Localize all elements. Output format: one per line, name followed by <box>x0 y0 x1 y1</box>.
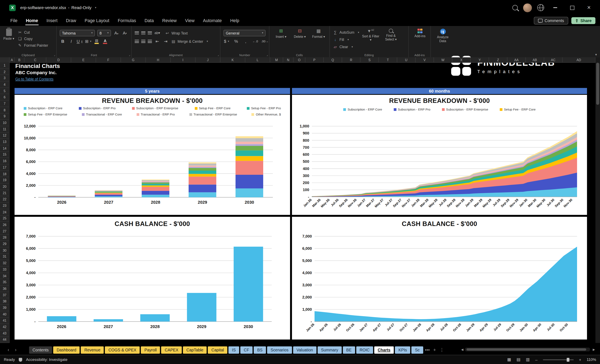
row-header-44[interactable]: 44 <box>0 337 9 343</box>
font-color-icon[interactable]: A <box>102 38 108 45</box>
row-header-29[interactable]: 29 <box>0 241 9 247</box>
autosum-button[interactable]: ∑AutoSum▾ <box>333 29 359 35</box>
percent-icon[interactable]: % <box>233 38 239 45</box>
row-header-23[interactable]: 23 <box>0 203 9 209</box>
sheet-tab-capital[interactable]: Capital <box>208 346 227 354</box>
bold-button[interactable]: B <box>60 38 66 45</box>
vertical-scrollbar[interactable] <box>595 57 600 343</box>
increase-font-icon[interactable]: A▴ <box>113 29 120 36</box>
ribbon-tab-automate[interactable]: Automate <box>199 17 226 24</box>
row-header-42[interactable]: 42 <box>0 324 9 330</box>
column-header-L[interactable]: L <box>245 57 270 62</box>
column-header-M[interactable]: M <box>270 57 283 62</box>
ribbon-tab-file[interactable]: File <box>6 17 22 24</box>
column-header-S[interactable]: S <box>360 57 379 62</box>
search-icon[interactable] <box>512 5 518 10</box>
column-header-F[interactable]: F <box>96 57 121 62</box>
sheet-tab-sc[interactable]: Sc <box>412 346 423 354</box>
middle-align-icon[interactable] <box>141 31 145 35</box>
clear-button[interactable]: ▱Clear▾ <box>333 44 359 50</box>
row-header-1[interactable]: 1 <box>0 62 9 69</box>
sheet-tab-kpis[interactable]: KPIs <box>395 346 410 354</box>
align-left-icon[interactable] <box>135 40 139 43</box>
column-header-B[interactable]: B <box>14 57 24 62</box>
paste-button[interactable]: Paste ▾ <box>3 29 15 48</box>
sheet-tab-scenarios[interactable]: Scenarios <box>267 346 292 354</box>
increase-indent-icon[interactable]: ⇥ <box>163 38 169 45</box>
column-header-W[interactable]: W <box>434 57 452 62</box>
row-header-16[interactable]: 16 <box>0 158 9 164</box>
vertical-scrollbar-thumb[interactable] <box>596 63 599 105</box>
column-header-V[interactable]: V <box>416 57 434 62</box>
sheet-tab-charts[interactable]: Charts <box>374 346 394 354</box>
row-header-10[interactable]: 10 <box>0 120 9 126</box>
align-center-icon[interactable] <box>141 40 145 43</box>
number-dialog-launcher[interactable]: ⌟ <box>266 54 268 57</box>
row-header-19[interactable]: 19 <box>0 177 9 184</box>
font-name-combo[interactable]: Tahoma▾ <box>60 29 95 36</box>
row-header-41[interactable]: 41 <box>0 318 9 324</box>
column-header-H[interactable]: H <box>146 57 170 62</box>
column-header-AC[interactable]: AC <box>544 57 562 62</box>
clipboard-dialog-launcher[interactable]: ⌟ <box>54 54 55 57</box>
chart-revenue-breakdown-60m[interactable]: REVENUE BREAKDOWN - $'000 Subscription -… <box>292 95 587 215</box>
column-header-I[interactable]: I <box>170 57 195 62</box>
orientation-icon[interactable]: ab▾ <box>154 29 160 36</box>
sheet-tab-be[interactable]: BE <box>343 346 355 354</box>
cut-button[interactable]: ✂Cut <box>18 29 48 35</box>
collapse-ribbon-icon[interactable]: ▾ <box>595 53 597 57</box>
copy-button[interactable]: ❏Copy <box>18 36 48 42</box>
ribbon-tab-formulas[interactable]: Formulas <box>113 17 140 24</box>
row-header-26[interactable]: 26 <box>0 222 9 228</box>
column-header-A[interactable]: A <box>9 57 14 62</box>
add-sheet-icon[interactable]: + <box>431 347 438 353</box>
row-header-38[interactable]: 38 <box>0 298 9 305</box>
alignment-dialog-launcher[interactable]: ⌟ <box>218 54 219 57</box>
column-header-O[interactable]: O <box>294 57 305 62</box>
ribbon-tab-help[interactable]: Help <box>226 17 244 24</box>
format-cells-button[interactable]: ▦Format ▾ <box>310 29 327 52</box>
comma-icon[interactable]: , <box>243 38 249 45</box>
sheet-tab-valuation[interactable]: Valuation <box>293 346 316 354</box>
row-header-13[interactable]: 13 <box>0 139 9 145</box>
analyze-data-button[interactable]: Analyze Data <box>434 29 451 43</box>
row-header-4[interactable]: 4 <box>0 82 9 88</box>
chart-cash-balance-60m[interactable]: CASH BALANCE - $'000 7,0006,0005,0004,00… <box>292 217 587 339</box>
currency-icon[interactable]: $▾ <box>224 38 230 45</box>
row-header-39[interactable]: 39 <box>0 305 9 311</box>
sheet-tab-capex[interactable]: CAPEX <box>161 346 182 354</box>
column-header-G[interactable]: G <box>121 57 146 62</box>
share-button[interactable]: ⇧ Share <box>571 17 595 24</box>
row-header-43[interactable]: 43 <box>0 330 9 337</box>
row-header-30[interactable]: 30 <box>0 247 9 254</box>
row-header-28[interactable]: 28 <box>0 235 9 241</box>
sort-filter-button[interactable]: ▼AZ Sort & Filter ▾ <box>361 29 380 52</box>
top-align-icon[interactable] <box>135 31 139 35</box>
row-header-35[interactable]: 35 <box>0 279 9 286</box>
row-header-40[interactable]: 40 <box>0 311 9 318</box>
borders-icon[interactable]: ⊞▾ <box>85 38 91 45</box>
ribbon-tab-draw[interactable]: Draw <box>62 17 80 24</box>
tab-menu-icon[interactable]: ⋮ <box>439 347 445 353</box>
row-header-36[interactable]: 36 <box>0 286 9 292</box>
sheet-tab-payroll[interactable]: Payroll <box>141 346 160 354</box>
ribbon-tab-view[interactable]: View <box>181 17 199 24</box>
row-header-32[interactable]: 32 <box>0 260 9 266</box>
horizontal-scrollbar-thumb[interactable] <box>467 348 586 351</box>
ribbon-tab-review[interactable]: Review <box>158 17 181 24</box>
column-header-K[interactable]: K <box>220 57 245 62</box>
insert-cells-button[interactable]: ⊞Insert ▾ <box>272 29 290 52</box>
column-header-AA[interactable]: AA <box>507 57 526 62</box>
number-format-combo[interactable]: General▾ <box>224 29 266 36</box>
ribbon-tab-page-layout[interactable]: Page Layout <box>80 17 113 24</box>
sheet-tab-dashboard[interactable]: Dashboard <box>53 346 80 354</box>
column-header-J[interactable]: J <box>196 57 220 62</box>
row-header-12[interactable]: 12 <box>0 132 9 139</box>
sheet-tab-captable[interactable]: CapTable <box>183 346 207 354</box>
align-right-icon[interactable] <box>148 40 152 43</box>
row-header-3[interactable]: 3 <box>0 75 9 82</box>
row-header-37[interactable]: 37 <box>0 292 9 299</box>
column-header-Z[interactable]: Z <box>489 57 507 62</box>
tab-overflow-icon[interactable]: ••• <box>424 347 431 353</box>
decrease-indent-icon[interactable]: ⇤ <box>154 38 160 45</box>
